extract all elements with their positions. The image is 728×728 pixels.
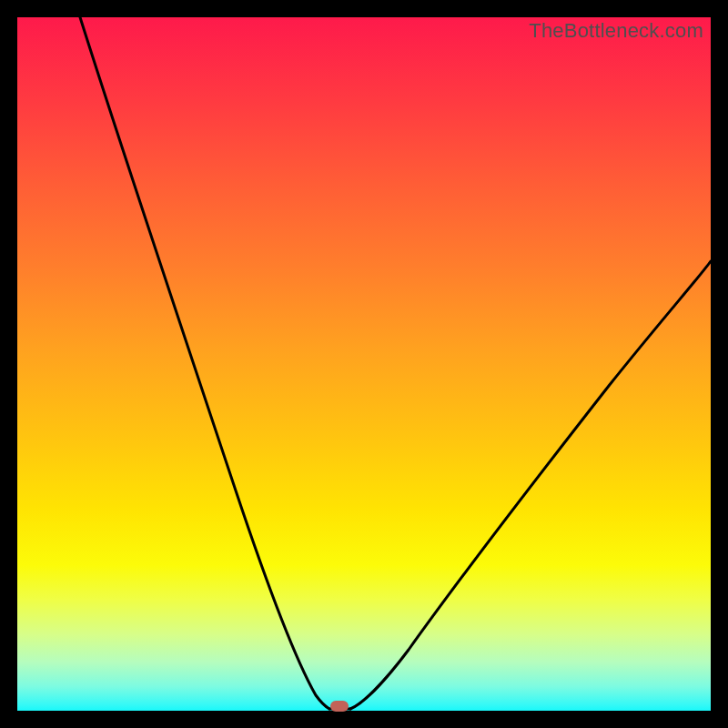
left-branch-path — [80, 17, 329, 709]
curve-svg — [17, 17, 711, 711]
right-branch-path — [350, 261, 711, 709]
chart-frame: TheBottleneck.com — [17, 17, 711, 711]
optimal-marker — [330, 701, 349, 712]
